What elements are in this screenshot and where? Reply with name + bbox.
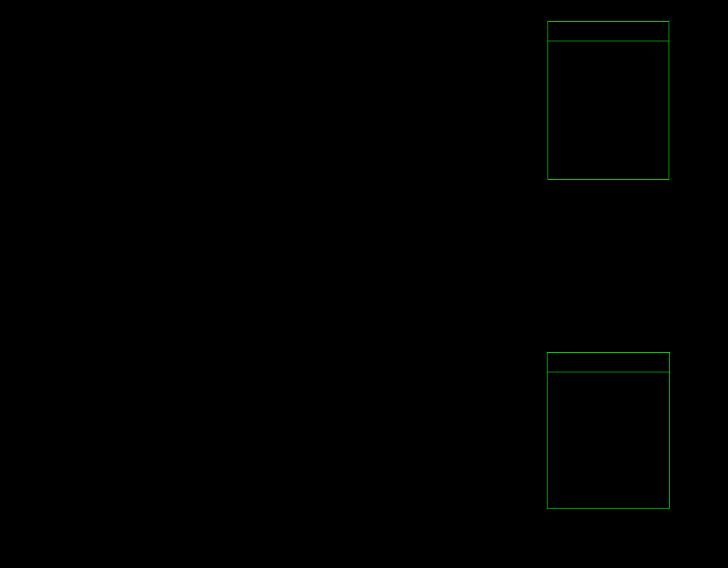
aip-output-table [547, 352, 670, 509]
autoscala-output-table [548, 21, 669, 180]
thumbnail-caption-eliminate [253, 326, 445, 336]
thumbnail-caption-evidence [483, 326, 669, 336]
autoscala-window [0, 0, 728, 568]
aip-table-header [548, 353, 669, 372]
thumbnail-caption-original [26, 326, 217, 336]
autoscala-table-header [548, 22, 669, 41]
